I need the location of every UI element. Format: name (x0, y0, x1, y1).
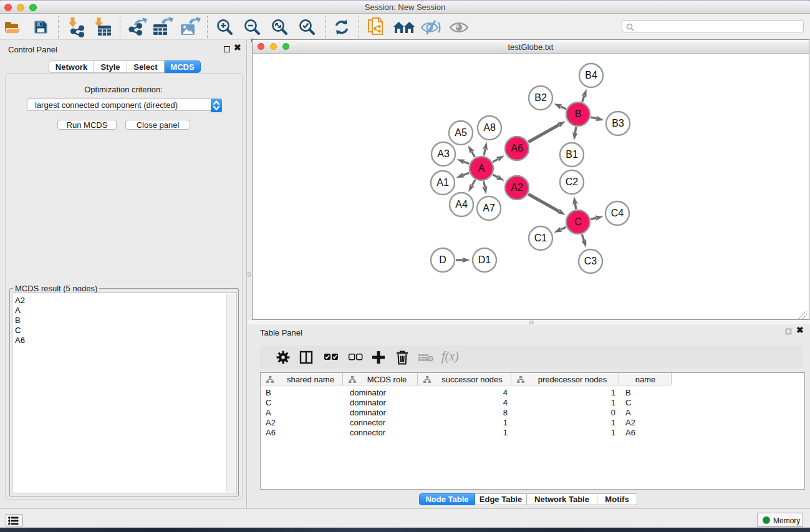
svg-text:A1: A1 (436, 177, 449, 188)
svg-text:D: D (439, 254, 446, 265)
svg-text:D1: D1 (478, 254, 491, 265)
svg-text:A4: A4 (455, 199, 468, 210)
svg-text:A7: A7 (483, 203, 495, 213)
svg-text:A6: A6 (511, 143, 523, 153)
svg-text:B3: B3 (612, 118, 624, 128)
svg-text:C2: C2 (566, 177, 579, 187)
svg-text:A5: A5 (455, 127, 467, 138)
svg-text:B: B (575, 109, 582, 119)
svg-text:B2: B2 (534, 92, 547, 103)
svg-text:C4: C4 (611, 208, 624, 218)
svg-text:A8: A8 (483, 122, 496, 133)
svg-text:B4: B4 (585, 70, 597, 80)
svg-text:C: C (574, 216, 582, 227)
svg-text:A3: A3 (437, 148, 450, 159)
svg-text:A: A (478, 163, 485, 173)
svg-text:C1: C1 (534, 233, 547, 243)
svg-text:C3: C3 (584, 256, 597, 266)
svg-text:A2: A2 (511, 182, 523, 193)
svg-text:B1: B1 (566, 149, 578, 160)
